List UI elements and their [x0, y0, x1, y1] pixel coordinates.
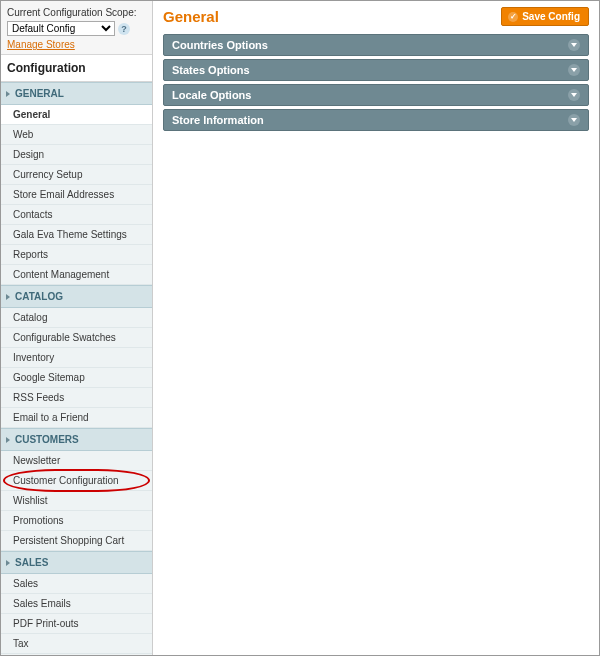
fieldset-label: Store Information — [172, 114, 264, 126]
nav-list: SalesSales EmailsPDF Print-outsTaxChecko… — [1, 574, 152, 655]
sidebar-item[interactable]: Wishlist — [1, 491, 152, 511]
sidebar-item[interactable]: Sales — [1, 574, 152, 594]
sidebar-item[interactable]: Configurable Swatches — [1, 328, 152, 348]
sidebar-item[interactable]: Gala Eva Theme Settings — [1, 225, 152, 245]
chevron-down-icon — [568, 89, 580, 101]
chevron-down-icon — [568, 39, 580, 51]
sidebar-item[interactable]: Content Management — [1, 265, 152, 285]
sidebar-item[interactable]: Promotions — [1, 511, 152, 531]
configuration-heading: Configuration — [1, 55, 152, 82]
nav-list: NewsletterCustomer ConfigurationWishlist… — [1, 451, 152, 551]
save-config-label: Save Config — [522, 11, 580, 22]
sidebar-item[interactable]: Tax — [1, 634, 152, 654]
nav-section-header[interactable]: SALES — [1, 551, 152, 574]
nav-section-header[interactable]: CATALOG — [1, 285, 152, 308]
page-title: General — [163, 8, 219, 25]
scope-box: Current Configuration Scope: Default Con… — [1, 1, 152, 55]
sidebar-item[interactable]: Checkout — [1, 654, 152, 655]
nav-list: GeneralWebDesignCurrency SetupStore Emai… — [1, 105, 152, 285]
sidebar-item[interactable]: Customer Configuration — [1, 471, 152, 491]
chevron-down-icon — [568, 114, 580, 126]
sidebar-item[interactable]: Design — [1, 145, 152, 165]
save-config-button[interactable]: ✓ Save Config — [501, 7, 589, 26]
sidebar-item[interactable]: Email to a Friend — [1, 408, 152, 428]
nav-list: CatalogConfigurable SwatchesInventoryGoo… — [1, 308, 152, 428]
chevron-down-icon — [568, 64, 580, 76]
fieldset-label: States Options — [172, 64, 250, 76]
sidebar-item[interactable]: Inventory — [1, 348, 152, 368]
fieldset-label: Countries Options — [172, 39, 268, 51]
sidebar-item[interactable]: Google Sitemap — [1, 368, 152, 388]
sidebar: Current Configuration Scope: Default Con… — [1, 1, 153, 655]
scope-label: Current Configuration Scope: — [7, 7, 146, 18]
sidebar-item[interactable]: Newsletter — [1, 451, 152, 471]
fieldset-header[interactable]: States Options — [163, 59, 589, 81]
sidebar-item[interactable]: Currency Setup — [1, 165, 152, 185]
sidebar-item[interactable]: Store Email Addresses — [1, 185, 152, 205]
manage-stores-link[interactable]: Manage Stores — [7, 39, 75, 50]
sidebar-item[interactable]: Persistent Shopping Cart — [1, 531, 152, 551]
sidebar-item[interactable]: PDF Print-outs — [1, 614, 152, 634]
fieldset-header[interactable]: Store Information — [163, 109, 589, 131]
fieldset-header[interactable]: Countries Options — [163, 34, 589, 56]
check-icon: ✓ — [508, 12, 518, 22]
help-icon[interactable]: ? — [118, 23, 130, 35]
sidebar-item[interactable]: RSS Feeds — [1, 388, 152, 408]
main-content: General ✓ Save Config Countries OptionsS… — [153, 1, 599, 655]
sidebar-item[interactable]: Web — [1, 125, 152, 145]
fieldset-label: Locale Options — [172, 89, 251, 101]
nav-section-header[interactable]: CUSTOMERS — [1, 428, 152, 451]
nav-section-header[interactable]: GENERAL — [1, 82, 152, 105]
sidebar-item[interactable]: General — [1, 105, 152, 125]
scope-select[interactable]: Default Config — [7, 21, 115, 36]
fieldset-header[interactable]: Locale Options — [163, 84, 589, 106]
sidebar-item[interactable]: Catalog — [1, 308, 152, 328]
sidebar-item[interactable]: Contacts — [1, 205, 152, 225]
sidebar-item[interactable]: Reports — [1, 245, 152, 265]
sidebar-item[interactable]: Sales Emails — [1, 594, 152, 614]
